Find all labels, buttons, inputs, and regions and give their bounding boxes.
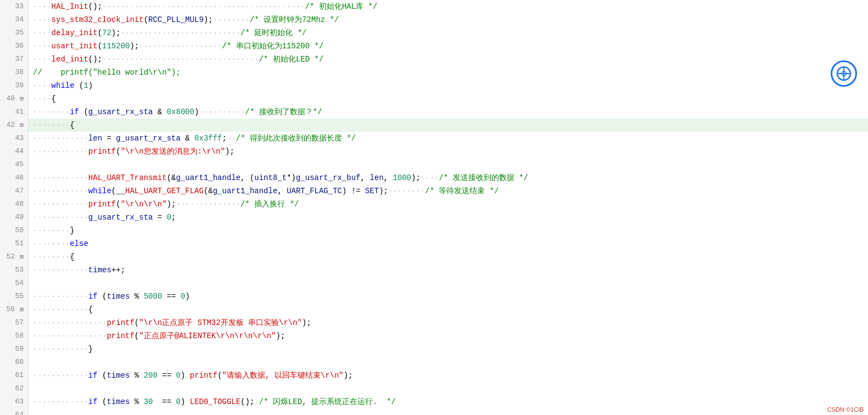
code-line-63: 63············if (times % 30 == 0) LED0_… (0, 395, 868, 408)
code-line-64: 64 (0, 408, 868, 415)
line-number: 60 (0, 356, 29, 369)
fold-icon[interactable]: ⊟ (16, 119, 24, 132)
line-content: ············printf("\r\n\r\n");·········… (29, 198, 868, 211)
fold-icon[interactable]: ⊟ (16, 92, 24, 105)
line-number: 52⊟ (0, 250, 29, 263)
line-number: 35 (0, 26, 29, 40)
line-number: 45 (0, 158, 29, 171)
code-line-50: 50········} (0, 224, 868, 237)
line-number: 41 (0, 105, 29, 119)
line-content: ····usart_init(115200);·················… (29, 40, 868, 53)
line-content: ····led_init();·························… (29, 53, 868, 66)
line-content: ····HAL_Init();·························… (29, 0, 868, 13)
line-number: 42⊟ (0, 119, 29, 132)
line-content: ········else (29, 237, 868, 250)
code-line-45: 45 (0, 158, 868, 171)
code-line-46: 46············HAL_UART_Transmit(&g_uart1… (0, 171, 868, 184)
line-content: ····delay_init(72);·····················… (29, 26, 868, 40)
line-number: 44 (0, 145, 29, 158)
code-line-37: 37····led_init();·······················… (0, 53, 868, 66)
line-number: 39 (0, 79, 29, 92)
code-line-55: 55············if (times % 5000 == 0) (0, 290, 868, 303)
line-number: 64 (0, 408, 29, 415)
line-number: 34 (0, 13, 29, 26)
line-number: 47 (0, 184, 29, 198)
code-line-33: 33····HAL_Init();·······················… (0, 0, 868, 13)
line-number: 50 (0, 224, 29, 237)
line-number: 38 (0, 66, 29, 79)
code-line-53: 53············times++; (0, 263, 868, 277)
code-line-51: 51········else (0, 237, 868, 250)
line-number: 57 (0, 316, 29, 329)
code-line-52: 52⊟········{ (0, 250, 868, 263)
line-number: 36 (0, 40, 29, 53)
line-content: ············if (times % 30 == 0) LED0_TO… (29, 395, 868, 408)
code-line-58: 58················printf("正点原子@ALIENTEK\… (0, 329, 868, 343)
code-line-43: 43············len = g_usart_rx_sta & 0x3… (0, 132, 868, 145)
code-line-47: 47············while(__HAL_UART_GET_FLAG(… (0, 184, 868, 198)
code-line-35: 35····delay_init(72);···················… (0, 26, 868, 40)
line-number: 54 (0, 277, 29, 290)
fold-icon[interactable]: ⊟ (16, 250, 24, 263)
code-line-44: 44············printf("\r\n您发送的消息为:\r\n")… (0, 145, 868, 158)
line-content: ········{ (29, 250, 868, 263)
line-number: 51 (0, 237, 29, 250)
line-number: 46 (0, 171, 29, 184)
line-content: ····while (1) (29, 79, 868, 92)
line-number: 43 (0, 132, 29, 145)
code-line-57: 57················printf("\r\n正点原子 STM32… (0, 316, 868, 329)
line-number: 58 (0, 329, 29, 343)
code-line-62: 62 (0, 382, 868, 395)
line-content: ············len = g_usart_rx_sta & 0x3ff… (29, 132, 868, 145)
line-content: // printf("hello world\r\n"); (29, 66, 868, 79)
line-number: 37 (0, 53, 29, 66)
line-number: 61 (0, 369, 29, 382)
line-number: 48 (0, 198, 29, 211)
csdn-watermark: CSDN ©1CiB (827, 406, 864, 413)
line-content: ····sys_stm32_clock_init(RCC_PLL_MUL9);·… (29, 13, 868, 26)
line-content: ················printf("\r\n正点原子 STM32开发… (29, 316, 868, 329)
code-line-59: 59············} (0, 343, 868, 356)
line-content: ············if (times % 200 == 0) printf… (29, 369, 868, 382)
line-content: ········} (29, 224, 868, 237)
line-content: ············HAL_UART_Transmit(&g_uart1_h… (29, 171, 868, 184)
line-content: ············g_usart_rx_sta = 0; (29, 211, 868, 224)
line-content: ········{ (29, 119, 868, 132)
code-line-56: 56⊟············{ (0, 303, 868, 316)
line-number: 62 (0, 382, 29, 395)
code-content: 33····HAL_Init();·······················… (0, 0, 868, 415)
line-content: ········if (g_usart_rx_sta & 0x8000)····… (29, 105, 868, 119)
line-content: ············times++; (29, 263, 868, 277)
line-number: 49 (0, 211, 29, 224)
code-line-42: 42⊟········{ (0, 119, 868, 132)
line-number: 33 (0, 0, 29, 13)
line-content: ····{ (29, 92, 868, 105)
line-number: 55 (0, 290, 29, 303)
line-content: ············if (times % 5000 == 0) (29, 290, 868, 303)
line-content: ················printf("正点原子@ALIENTEK\r\… (29, 329, 868, 343)
line-number: 53 (0, 263, 29, 277)
line-content: ············{ (29, 303, 868, 316)
code-line-39: 39····while (1) (0, 79, 868, 92)
code-line-38: 38// printf("hello world\r\n"); (0, 66, 868, 79)
code-line-41: 41········if (g_usart_rx_sta & 0x8000)··… (0, 105, 868, 119)
logo-icon (831, 60, 857, 87)
line-content: ············printf("\r\n您发送的消息为:\r\n"); (29, 145, 868, 158)
code-line-48: 48············printf("\r\n\r\n");·······… (0, 198, 868, 211)
line-number: 40⊟ (0, 92, 29, 105)
code-line-60: 60 (0, 356, 868, 369)
line-number: 56⊟ (0, 303, 29, 316)
code-line-54: 54 (0, 277, 868, 290)
code-line-34: 34····sys_stm32_clock_init(RCC_PLL_MUL9)… (0, 13, 868, 26)
line-number: 59 (0, 343, 29, 356)
line-content: ············} (29, 343, 868, 356)
code-line-61: 61············if (times % 200 == 0) prin… (0, 369, 868, 382)
code-line-40: 40⊟····{ (0, 92, 868, 105)
line-content: ············while(__HAL_UART_GET_FLAG(&g… (29, 184, 868, 198)
code-line-49: 49············g_usart_rx_sta = 0; (0, 211, 868, 224)
fold-icon[interactable]: ⊟ (16, 303, 24, 316)
code-editor: 33····HAL_Init();·······················… (0, 0, 868, 415)
line-number: 63 (0, 395, 29, 408)
code-line-36: 36····usart_init(115200);···············… (0, 40, 868, 53)
